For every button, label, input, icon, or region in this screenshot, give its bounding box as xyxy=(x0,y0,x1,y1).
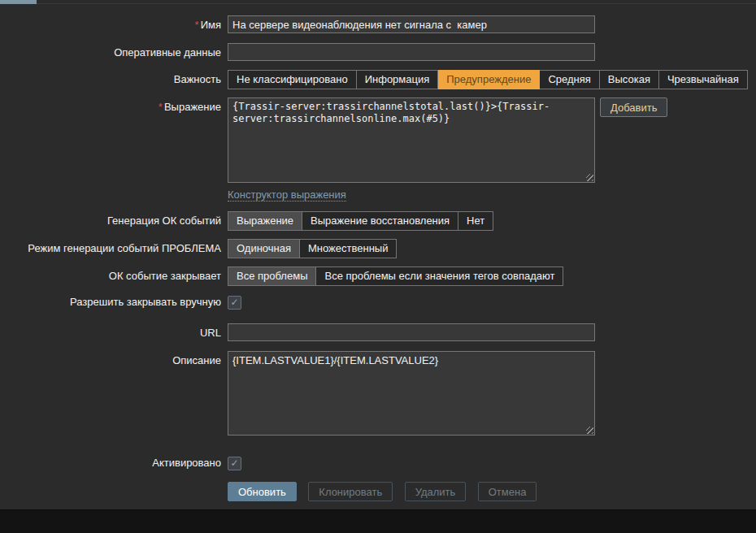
cancel-button[interactable]: Отмена xyxy=(478,482,537,501)
ok-event-generation-control: Выражение Выражение восстановления Нет xyxy=(228,211,493,231)
severity-row: Важность Не классифицировано Информация … xyxy=(0,70,756,89)
problem-mode-option-multiple[interactable]: Множественный xyxy=(300,239,397,258)
manual-close-checkbox[interactable]: ✓ xyxy=(228,296,241,310)
severity-option-information[interactable]: Информация xyxy=(357,70,439,89)
expression-textarea[interactable]: {Trassir-server:trassirchannelstotal.las… xyxy=(228,98,595,183)
severity-option-high[interactable]: Высокая xyxy=(600,70,659,89)
severity-option-warning[interactable]: Предупреждение xyxy=(438,70,540,89)
severity-option-disaster[interactable]: Чрезвычайная xyxy=(659,70,748,89)
severity-option-not-classified[interactable]: Не классифицировано xyxy=(228,70,357,89)
delete-button[interactable]: Удалить xyxy=(405,482,467,501)
ok-event-closes-row: ОК событие закрывает Все проблемы Все пр… xyxy=(0,266,756,286)
required-marker: * xyxy=(195,19,199,31)
checkmark-icon: ✓ xyxy=(228,297,241,309)
required-marker: * xyxy=(159,101,163,113)
add-expression-button[interactable]: Добавить xyxy=(600,98,667,117)
expression-row: *Выражение {Trassir-server:trassirchanne… xyxy=(0,98,756,202)
trigger-form: *Имя Оперативные данные Важность Не клас… xyxy=(0,4,756,501)
operational-data-row: Оперативные данные xyxy=(0,43,756,61)
form-actions-row: Обновить Клонировать Удалить Отмена xyxy=(0,482,756,501)
problem-event-mode-label: Режим генерации событий ПРОБЛЕМА xyxy=(0,239,221,255)
name-input[interactable] xyxy=(228,15,595,33)
description-label: Описание xyxy=(0,351,221,367)
name-label-text: Имя xyxy=(201,19,221,31)
active-tab-indicator[interactable] xyxy=(0,0,37,4)
manual-close-row: Разрешить закрывать вручную ✓ xyxy=(0,294,756,310)
update-button[interactable]: Обновить xyxy=(228,482,297,501)
ok-gen-option-none[interactable]: Нет xyxy=(458,211,493,231)
url-input[interactable] xyxy=(228,323,595,341)
problem-event-mode-row: Режим генерации событий ПРОБЛЕМА Одиночн… xyxy=(0,239,756,258)
expression-label-text: Выражение xyxy=(164,101,221,113)
expression-label: *Выражение xyxy=(0,98,221,114)
enabled-row: Активировано ✓ xyxy=(0,455,756,470)
ok-event-generation-label: Генерация ОК событий xyxy=(0,211,221,228)
enabled-label: Активировано xyxy=(0,455,221,470)
enabled-checkbox[interactable]: ✓ xyxy=(228,457,241,470)
clone-button[interactable]: Клонировать xyxy=(308,482,393,501)
problem-event-mode-control: Одиночная Множественный xyxy=(228,239,397,258)
name-label: *Имя xyxy=(0,15,221,32)
operational-data-input[interactable] xyxy=(228,43,595,61)
severity-option-average[interactable]: Средняя xyxy=(540,70,599,89)
tab-bar xyxy=(0,0,756,4)
ok-closes-option-all-problems[interactable]: Все проблемы xyxy=(228,266,316,286)
ok-event-closes-label: ОК событие закрывает xyxy=(0,266,221,283)
ok-event-closes-control: Все проблемы Все проблемы если значения … xyxy=(228,266,563,286)
footer-strip xyxy=(0,509,756,533)
url-row: URL xyxy=(0,323,756,341)
ok-event-generation-row: Генерация ОК событий Выражение Выражение… xyxy=(0,211,756,231)
expression-constructor-link[interactable]: Конструктор выражения xyxy=(228,188,346,202)
operational-data-label: Оперативные данные xyxy=(0,43,221,59)
manual-close-label: Разрешить закрывать вручную xyxy=(0,294,221,309)
url-label: URL xyxy=(0,323,221,340)
name-row: *Имя xyxy=(0,15,756,33)
description-row: Описание {ITEM.LASTVALUE1}/{ITEM.LASTVAL… xyxy=(0,351,756,439)
ok-gen-option-expression[interactable]: Выражение xyxy=(228,211,302,231)
ok-closes-option-all-problems-if-tags-match[interactable]: Все проблемы если значения тегов совпада… xyxy=(316,266,563,286)
ok-gen-option-recovery-expression[interactable]: Выражение восстановления xyxy=(302,211,458,231)
severity-control: Не классифицировано Информация Предупреж… xyxy=(228,70,748,89)
severity-label: Важность xyxy=(0,70,221,86)
problem-mode-option-single[interactable]: Одиночная xyxy=(228,239,300,258)
description-textarea[interactable]: {ITEM.LASTVALUE1}/{ITEM.LASTVALUE2} xyxy=(228,351,595,436)
checkmark-icon: ✓ xyxy=(228,457,241,470)
